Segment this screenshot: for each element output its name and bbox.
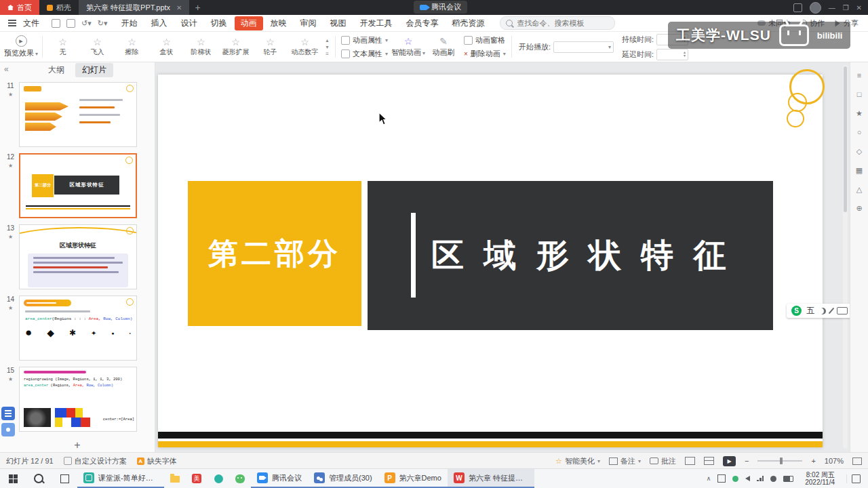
print-icon[interactable]	[66, 19, 75, 28]
document-tab-close-icon[interactable]: ✕	[176, 4, 182, 12]
layout-icon[interactable]: □	[857, 91, 862, 98]
ime-mode-label[interactable]: 五	[806, 305, 814, 317]
animation-diamond[interactable]: ☆ 菱形扩展	[218, 32, 253, 62]
ime-logo-icon[interactable]: S	[791, 306, 802, 316]
apps-grid-icon[interactable]	[793, 3, 802, 12]
delete-animation-button[interactable]: × 删除动画 ▾	[464, 49, 506, 59]
scrollbar-thumb[interactable]	[844, 66, 847, 212]
redo-icon[interactable]: ↻▾	[98, 19, 108, 28]
zoom-out-icon[interactable]: −	[745, 457, 749, 465]
tray-green-icon[interactable]	[732, 476, 738, 482]
floating-widget-list-icon[interactable]	[1, 407, 15, 420]
smart-beautify-button[interactable]: ☆ 智能美化 ▾	[555, 456, 600, 466]
animation-pane-button[interactable]: 动画窗格	[464, 35, 506, 45]
slide-thumbnail-13[interactable]: 区域形状特征	[19, 224, 137, 289]
smart-animation-button[interactable]: ☆ 智能动画 ▾	[391, 32, 426, 62]
taskbar-app-chapter6-demo[interactable]: P 第六章Demo	[378, 469, 448, 488]
save-icon[interactable]	[52, 19, 60, 28]
shape-icon[interactable]: ◇	[856, 148, 862, 155]
part-label-box[interactable]: 第二部分	[188, 181, 361, 326]
zoom-in-icon[interactable]: +	[811, 457, 815, 465]
slide-sorter-view-icon[interactable]	[704, 457, 714, 465]
tab-outline[interactable]: 大纲	[41, 63, 71, 77]
taskbar-file-explorer[interactable]	[164, 469, 186, 488]
title-box[interactable]: 区 域 形 状 特 征	[368, 181, 773, 330]
fit-to-window-icon[interactable]	[852, 458, 862, 465]
menu-slideshow[interactable]: 放映	[264, 16, 293, 30]
collapse-panel-icon[interactable]: «	[4, 64, 9, 74]
zoom-level[interactable]: 107%	[825, 457, 844, 465]
taskbar-feishu[interactable]	[208, 469, 229, 488]
color-icon[interactable]: ○	[857, 129, 862, 136]
menu-review[interactable]: 审阅	[294, 16, 323, 30]
menu-animation[interactable]: 动画	[235, 16, 263, 30]
start-play-select[interactable]: ▾	[553, 41, 614, 53]
start-button[interactable]	[0, 469, 26, 488]
gallery-scroll-down-icon[interactable]: ▾	[326, 44, 328, 50]
document-tab[interactable]: 第六章 特征提取PPT.pptx ✕	[79, 0, 189, 15]
minimize-button[interactable]: —	[829, 4, 835, 12]
design-scheme-button[interactable]: 自定义设计方案	[64, 456, 127, 466]
animation-brush-button[interactable]: ✎ 动画刷	[426, 32, 461, 62]
normal-view-icon[interactable]	[685, 457, 695, 465]
tray-status-icon[interactable]	[770, 476, 776, 482]
slide-thumbnail-15[interactable]: regiongrowing (Image, Regions, 1, 1, 3, …	[19, 367, 137, 432]
clock[interactable]: 8:02 周五 2022/11/4	[800, 471, 840, 486]
slide-12-editing-area[interactable]: 第二部分 区 域 形 状 特 征	[158, 75, 823, 447]
floating-widget-dot-icon[interactable]	[1, 423, 15, 436]
user-avatar[interactable]	[810, 2, 821, 14]
menu-design[interactable]: 设计	[175, 16, 203, 30]
keyboard-icon[interactable]	[837, 307, 848, 314]
preview-effect-button[interactable]: ▶ 预览效果 ▾	[3, 32, 39, 62]
command-search-box[interactable]	[500, 16, 615, 30]
taskbar-app-tencent-meeting[interactable]: 腾讯会议	[251, 469, 308, 488]
tencent-meeting-pill[interactable]: 腾讯会议	[414, 1, 467, 14]
add-slide-button[interactable]: +	[0, 438, 155, 453]
slide-thumbnail-11[interactable]	[19, 82, 137, 147]
comments-button[interactable]: 批注	[650, 456, 676, 466]
play-slideshow-button[interactable]: ▶	[723, 456, 736, 466]
menu-member[interactable]: 会员专享	[400, 16, 445, 30]
restore-button[interactable]: ❐	[843, 4, 849, 12]
animation-box[interactable]: ☆ 盒状	[149, 32, 184, 62]
menu-view[interactable]: 视图	[324, 16, 353, 30]
notes-button[interactable]: 备注 ▾	[609, 456, 641, 466]
text-properties-button[interactable]: 文本属性 ▾	[341, 49, 388, 59]
taskbar-search-button[interactable]	[26, 469, 52, 488]
effects-icon[interactable]: ★	[856, 110, 863, 117]
animation-properties-button[interactable]: 动画属性 ▾	[341, 35, 388, 45]
battery-icon[interactable]	[783, 476, 793, 482]
moon-icon[interactable]	[819, 308, 826, 314]
hamburger-icon[interactable]	[8, 22, 16, 24]
menu-docer-resources[interactable]: 稻壳资源	[446, 16, 491, 30]
animation-wheel[interactable]: ☆ 轮子	[253, 32, 288, 62]
taskbar-app-ketangpai[interactable]: 课堂派-简单好用的...	[77, 469, 164, 488]
taskbar-app-manage-members[interactable]: 管理成员(30)	[308, 469, 378, 488]
taskbar-app-feature-extraction-ppt[interactable]: W 第六章 特征提取PP...	[448, 469, 534, 488]
animation-stairs[interactable]: ☆ 阶梯状	[184, 32, 218, 62]
missing-font-warning[interactable]: A 缺失字体	[137, 456, 177, 466]
action-center-button[interactable]	[846, 474, 865, 483]
grid-icon[interactable]: ▦	[856, 167, 863, 174]
taskbar-meitu[interactable]: 美	[186, 469, 208, 488]
menu-insert[interactable]: 插入	[145, 16, 174, 30]
tray-expand-icon[interactable]: ∧	[707, 475, 711, 482]
search-input[interactable]	[516, 18, 593, 28]
animation-dynamic-number[interactable]: ☆ 动态数字	[288, 32, 322, 62]
animation-wipe[interactable]: ☆ 擦除	[115, 32, 149, 62]
properties-icon[interactable]: ≡	[857, 72, 861, 79]
taskbar-wechat[interactable]	[229, 469, 251, 488]
slide-canvas[interactable]: 第二部分 区 域 形 状 特 征 S 五	[155, 61, 850, 453]
gallery-more-icon[interactable]: ≡	[326, 51, 329, 57]
menu-start[interactable]: 开始	[115, 16, 144, 30]
close-button[interactable]: ✕	[856, 4, 862, 12]
zoom-slider[interactable]	[757, 460, 802, 462]
network-icon[interactable]	[757, 476, 764, 481]
home-tab[interactable]: 首页	[0, 0, 39, 15]
animation-none[interactable]: ☆ 无	[45, 32, 80, 62]
animation-fly-in[interactable]: ☆ 飞入	[80, 32, 115, 62]
tab-slides[interactable]: 幻灯片	[75, 63, 113, 77]
delay-spinner[interactable]: ▴▾	[656, 49, 688, 60]
slide-thumbnail-14[interactable]: area_center(Regions : : : Area, Row, Col…	[19, 296, 137, 361]
undo-icon[interactable]: ↺▾	[81, 19, 92, 28]
